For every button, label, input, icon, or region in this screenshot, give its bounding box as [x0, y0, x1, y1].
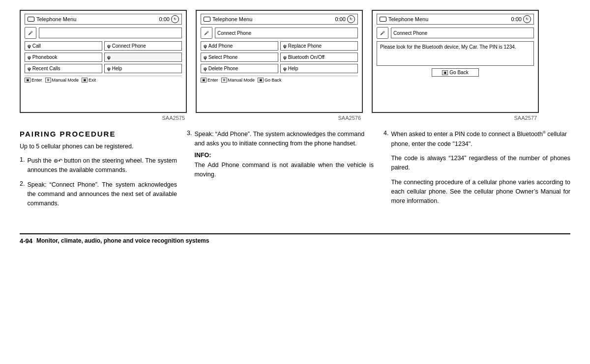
step-1-num: 1.	[20, 156, 25, 175]
screen-footer-2: ▣ Enter ⊕ Manual Mode ▣ Go Back	[201, 76, 358, 83]
step-4-content: When asked to enter a PIN code to connec…	[391, 130, 570, 206]
diagram-caption-3: SAA2577	[372, 114, 539, 121]
intro-text: Up to 5 cellular phones can be registere…	[20, 142, 177, 151]
step-2-text: Speak: “Connect Phone”. The system ackno…	[27, 180, 177, 209]
footer-manual-2: ⊕ Manual Mode	[221, 78, 255, 83]
screen-title-1: Telephone Menu	[36, 16, 76, 22]
btn-help-1: ψ Help	[104, 64, 182, 73]
step-3-content: Speak: “Add Phone”. The system acknowled…	[194, 130, 374, 180]
buttons-grid-2: ψ Add Phone ψ Replace Phone ψ Select Pho…	[201, 41, 358, 73]
screen-input-row-3: 🎤 Connect Phone	[377, 27, 534, 39]
content-area: PAIRING PROCEDURE Up to 5 cellular phone…	[20, 130, 570, 214]
info-label: INFO:	[194, 152, 374, 159]
step-4: 4. When asked to enter a PIN code to con…	[384, 130, 570, 206]
input-field-3: Connect Phone	[391, 28, 534, 38]
phone-icon-2	[204, 17, 210, 22]
footer-enter-1: ▣ Enter	[25, 78, 42, 83]
footer-exit-1: ▣ Exit	[82, 78, 96, 83]
screen-time-area-2: 0:00 ↻	[335, 15, 355, 23]
footer-description: Monitor, climate, audio, phone and voice…	[36, 237, 209, 244]
go-back-row: ▣ Go Back	[377, 68, 534, 77]
screen-time-area-3: 0:00 ↻	[511, 15, 531, 23]
screen-header-2: Telephone Menu 0:00 ↻	[201, 14, 358, 25]
buttons-grid-1: ψ Call ψ Connect Phone ψ Phonebook ψ	[25, 41, 182, 73]
step-1: 1. Push the ⊛↶ button on the steering wh…	[20, 156, 177, 175]
step-3-num: 3.	[187, 130, 192, 180]
btn-select-phone: ψ Select Phone	[201, 53, 278, 62]
screen-1: Telephone Menu 0:00 ↻ 🎤 ψ	[21, 11, 186, 86]
go-back-button: ▣ Go Back	[432, 68, 478, 77]
screen-header-1: Telephone Menu 0:00 ↻	[25, 14, 182, 25]
clock-icon-3: ↻	[523, 15, 531, 23]
page-footer-inner: 4-94 Monitor, climate, audio, phone and …	[20, 237, 570, 245]
btn-replace-phone: ψ Replace Phone	[280, 41, 358, 51]
btn-empty: ψ	[104, 53, 182, 62]
left-column: PAIRING PROCEDURE Up to 5 cellular phone…	[20, 130, 187, 214]
step-4-column: 4. When asked to enter a PIN code to con…	[384, 130, 570, 214]
voice-icon-2: 🎤	[201, 27, 212, 39]
diagram-box-2: Telephone Menu 0:00 ↻ 🎤 Connect Phone	[196, 10, 363, 113]
input-field-1	[39, 28, 182, 38]
diagram-saa2575: Telephone Menu 0:00 ↻ 🎤 ψ	[20, 10, 187, 121]
btn-bluetooth-onoff: ψ Bluetooth On/Off	[280, 53, 358, 62]
screen-header-left-3: Telephone Menu	[380, 16, 428, 22]
diagrams-row: Telephone Menu 0:00 ↻ 🎤 ψ	[20, 10, 570, 121]
screen-input-row-1: 🎤	[25, 27, 182, 39]
input-field-2: Connect Phone	[215, 28, 358, 38]
screen-time-3: 0:00	[511, 16, 522, 22]
screen-time-area-1: 0:00 ↻	[159, 15, 179, 23]
step-3-column: 3. Speak: “Add Phone”. The system acknow…	[187, 130, 384, 214]
footer-goback-2: ▣ Go Back	[258, 78, 282, 83]
phone-icon-1	[28, 17, 34, 22]
step-4-extra1: The code is always “1234” regardless of …	[391, 154, 570, 173]
screen-title-2: Telephone Menu	[212, 16, 252, 22]
screen-header-3: Telephone Menu 0:00 ↻	[377, 14, 534, 25]
screen-input-row-2: 🎤 Connect Phone	[201, 27, 358, 39]
screen-time-2: 0:00	[335, 16, 346, 22]
btn-phonebook: ψ Phonebook	[25, 53, 102, 62]
btn-call: ψ Call	[25, 41, 102, 51]
screen-footer-1: ▣ Enter ⊕ Manual Mode ▣ Exit	[25, 76, 182, 83]
diagram-box-3: Telephone Menu 0:00 ↻ 🎤 Connect Phone	[372, 10, 539, 113]
page-footer: 4-94 Monitor, climate, audio, phone and …	[20, 233, 570, 245]
diagram-box-1: Telephone Menu 0:00 ↻ 🎤 ψ	[20, 10, 187, 113]
screen-title-3: Telephone Menu	[388, 16, 428, 22]
diagram-caption-1: SAA2575	[20, 114, 187, 121]
footer-enter-2: ▣ Enter	[201, 78, 218, 83]
pin-message-box: Please look for the Bluetooth device, My…	[377, 41, 534, 66]
clock-icon-2: ↻	[347, 15, 355, 23]
diagram-saa2576: Telephone Menu 0:00 ↻ 🎤 Connect Phone	[196, 10, 363, 121]
step-4-num: 4.	[384, 130, 388, 206]
right-columns: 3. Speak: “Add Phone”. The system acknow…	[187, 130, 570, 214]
info-text: The Add Phone command is not available w…	[194, 161, 374, 180]
step-4-text: When asked to enter a PIN code to connec…	[391, 131, 567, 147]
footer-manual-1: ⊕ Manual Mode	[45, 78, 79, 83]
btn-add-phone: ψ Add Phone	[201, 41, 278, 51]
step-2: 2. Speak: “Connect Phone”. The system ac…	[20, 180, 177, 209]
btn-help-2: ψ Help	[280, 64, 358, 73]
step-3: 3. Speak: “Add Phone”. The system acknow…	[187, 130, 374, 180]
screen-header-left-1: Telephone Menu	[28, 16, 76, 22]
btn-delete-phone: ψ Delete Phone	[201, 64, 278, 73]
btn-recent-calls: ψ Recent Calls	[25, 64, 102, 73]
section-title: PAIRING PROCEDURE	[20, 130, 177, 138]
voice-icon-1: 🎤	[25, 27, 36, 39]
screen-header-left-2: Telephone Menu	[204, 16, 252, 22]
diagram-caption-2: SAA2576	[196, 114, 363, 121]
step-2-num: 2.	[20, 180, 25, 209]
screen-3: Telephone Menu 0:00 ↻ 🎤 Connect Phone	[373, 11, 538, 81]
voice-icon-3: 🎤	[377, 27, 388, 39]
step-3-text: Speak: “Add Phone”. The system acknowled…	[194, 131, 364, 147]
page-number: 4-94	[20, 237, 32, 245]
screen-time-1: 0:00	[159, 16, 170, 22]
btn-connect-phone-1: ψ Connect Phone	[104, 41, 182, 51]
step-4-extra2: The connecting procedure of a cellular p…	[391, 178, 570, 206]
step-1-text: Push the ⊛↶ button on the steering wheel…	[27, 156, 177, 175]
diagram-saa2577: Telephone Menu 0:00 ↻ 🎤 Connect Phone	[372, 10, 539, 121]
clock-icon-1: ↻	[171, 15, 179, 23]
screen-2: Telephone Menu 0:00 ↻ 🎤 Connect Phone	[197, 11, 362, 86]
phone-icon-3	[380, 17, 386, 22]
